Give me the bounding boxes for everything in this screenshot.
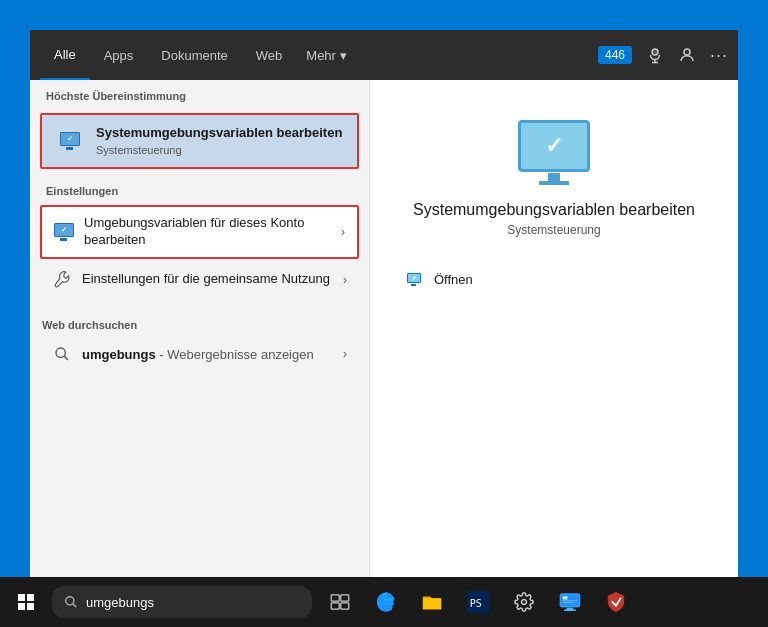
- settings-icon: [514, 592, 534, 612]
- antivirus-button[interactable]: [596, 582, 636, 622]
- open-icon: ✓: [404, 269, 424, 289]
- taskbar-search-text: umgebungs: [86, 595, 154, 610]
- svg-rect-18: [563, 596, 568, 599]
- web-search-header: Web durchsuchen: [40, 309, 359, 336]
- settings-item-0-title: Umgebungsvariablen für dieses Konto bear…: [84, 215, 331, 249]
- arrow-icon-0: ›: [341, 225, 345, 239]
- more-options-button[interactable]: ···: [710, 45, 728, 66]
- right-panel: ✓ Systemumgebungsvariablen bearbeiten Sy…: [370, 80, 738, 585]
- edge-icon: [375, 591, 397, 613]
- svg-rect-17: [564, 609, 575, 611]
- tab-apps[interactable]: Apps: [90, 30, 148, 80]
- search-icon: [54, 346, 70, 362]
- nav-badge: 446: [598, 46, 632, 64]
- best-match-item[interactable]: ✓ Systemumgebungsvariablen bearbeiten Sy…: [40, 113, 359, 169]
- person-icon-button[interactable]: [678, 46, 696, 64]
- detail-monitor: ✓: [518, 120, 590, 172]
- web-search-arrow-icon: ›: [343, 347, 347, 361]
- taskbar-search-box[interactable]: umgebungs: [52, 586, 312, 618]
- svg-point-4: [56, 348, 65, 357]
- terminal-button[interactable]: PS: [458, 582, 498, 622]
- settings-item-0[interactable]: ✓ Umgebungsvariablen für dieses Konto be…: [40, 205, 359, 259]
- web-search-section: Web durchsuchen umgebungs - Webergebniss…: [30, 301, 369, 377]
- nav-right: 446 ···: [598, 45, 728, 66]
- best-match-subtitle: Systemsteuerung: [96, 144, 345, 156]
- detail-actions: ✓ Öffnen: [390, 261, 718, 297]
- chevron-down-icon: ▾: [340, 48, 347, 63]
- web-search-text: umgebungs - Webergebnisse anzeigen: [82, 345, 314, 363]
- tab-mehr[interactable]: Mehr ▾: [296, 30, 357, 80]
- task-view-icon: [330, 594, 350, 610]
- nav-bar: Alle Apps Dokumente Web Mehr ▾ 446: [30, 30, 738, 80]
- svg-text:PS: PS: [470, 598, 482, 609]
- svg-rect-20: [563, 602, 573, 603]
- taskbar-icons: PS: [320, 582, 636, 622]
- svg-rect-8: [331, 595, 339, 601]
- settings-item-1-icon: [52, 270, 72, 290]
- person-icon: [678, 46, 696, 64]
- best-match-icon: ✓: [54, 125, 86, 157]
- svg-point-14: [522, 600, 527, 605]
- arrow-icon-1: ›: [343, 273, 347, 287]
- detail-stand-neck: [548, 173, 560, 181]
- tab-dokumente[interactable]: Dokumente: [147, 30, 241, 80]
- search-window: Alle Apps Dokumente Web Mehr ▾ 446: [30, 30, 738, 585]
- taskbar-search-icon: [64, 595, 78, 609]
- monitor-icon: ✓: [59, 132, 81, 150]
- remote-desktop-button[interactable]: [550, 582, 590, 622]
- taskbar: umgebungs: [0, 577, 768, 627]
- best-match-text: Systemumgebungsvariablen bearbeiten Syst…: [96, 125, 345, 156]
- ellipsis-icon: ···: [710, 45, 728, 66]
- mic-icon-button[interactable]: [646, 46, 664, 64]
- task-view-button[interactable]: [320, 582, 360, 622]
- svg-rect-11: [341, 603, 349, 609]
- left-panel: Höchste Übereinstimmung ✓ Systemumgebung…: [30, 80, 370, 585]
- svg-rect-10: [331, 603, 339, 609]
- svg-point-6: [66, 597, 74, 605]
- open-label: Öffnen: [434, 272, 473, 287]
- web-search-item[interactable]: umgebungs - Webergebnisse anzeigen ›: [40, 336, 359, 372]
- detail-stand-base: [539, 181, 569, 185]
- folder-icon: [421, 591, 443, 613]
- file-explorer-button[interactable]: [412, 582, 452, 622]
- settings-item-0-text: Umgebungsvariablen für dieses Konto bear…: [84, 215, 331, 249]
- best-match-header: Höchste Übereinstimmung: [30, 80, 369, 107]
- detail-app-icon: ✓: [514, 120, 594, 185]
- settings-item-1-title: Einstellungen für die gemeinsame Nutzung: [82, 271, 333, 288]
- tab-alle[interactable]: Alle: [40, 30, 90, 80]
- web-search-query-highlight: umgebungs - Webergebnisse anzeigen: [82, 347, 314, 362]
- svg-line-5: [64, 356, 68, 360]
- wrench-icon: [53, 271, 71, 289]
- detail-checkmark-icon: ✓: [545, 133, 563, 159]
- remote-desktop-icon: [559, 593, 581, 611]
- svg-point-3: [684, 49, 690, 55]
- open-action-button[interactable]: ✓ Öffnen: [400, 261, 708, 297]
- settings-button[interactable]: [504, 582, 544, 622]
- svg-rect-9: [341, 595, 349, 601]
- tab-web[interactable]: Web: [242, 30, 297, 80]
- settings-item-0-icon: ✓: [54, 222, 74, 242]
- monitor-small-icon: ✓: [53, 223, 75, 241]
- start-button[interactable]: [0, 577, 52, 627]
- edge-button[interactable]: [366, 582, 406, 622]
- checkmark-icon: ✓: [67, 135, 73, 143]
- detail-subtitle: Systemsteuerung: [507, 223, 600, 237]
- svg-point-0: [652, 49, 658, 55]
- svg-line-7: [73, 604, 77, 608]
- content-area: Höchste Übereinstimmung ✓ Systemumgebung…: [30, 80, 738, 585]
- best-match-title: Systemumgebungsvariablen bearbeiten: [96, 125, 345, 142]
- web-search-icon: [52, 344, 72, 364]
- mic-icon: [646, 46, 664, 64]
- settings-item-1-text: Einstellungen für die gemeinsame Nutzung: [82, 271, 333, 288]
- settings-header: Einstellungen: [30, 175, 369, 202]
- antivirus-icon: [606, 591, 626, 613]
- terminal-icon: PS: [467, 591, 489, 613]
- checkmark-small-icon: ✓: [61, 226, 67, 234]
- settings-item-1[interactable]: Einstellungen für die gemeinsame Nutzung…: [40, 262, 359, 298]
- detail-title: Systemumgebungsvariablen bearbeiten: [413, 201, 695, 219]
- windows-logo-icon: [18, 594, 34, 610]
- svg-rect-19: [563, 600, 578, 601]
